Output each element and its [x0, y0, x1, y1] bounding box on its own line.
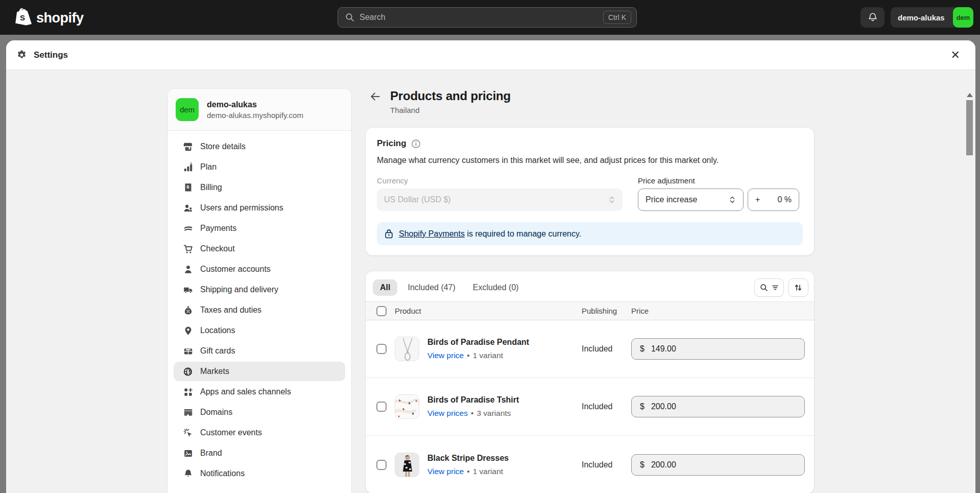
search-filter-button[interactable] — [754, 278, 784, 297]
svg-text:S: S — [20, 13, 25, 22]
sidebar-item-apps-sales-channels[interactable]: Apps and sales channels — [174, 382, 345, 402]
products-card: All Included (47) Excluded (0) — [366, 271, 814, 493]
price-adjustment-select[interactable]: Price increase — [638, 189, 744, 211]
account-avatar: dem — [953, 7, 973, 28]
sidebar-item-brand[interactable]: Brand — [174, 443, 345, 463]
shopify-bag-icon: S — [15, 8, 33, 28]
sidebar-item-markets[interactable]: $ Markets — [174, 362, 345, 381]
sidebar-item-label: Shipping and delivery — [200, 285, 278, 294]
sort-button[interactable] — [788, 278, 808, 297]
pricing-description: Manage what currency customers in this m… — [377, 156, 803, 165]
price-adjustment-amount-input[interactable]: + 0 % — [748, 189, 799, 211]
settings-modal: Settings ✕ dem demo-alukas demo-alukas.m… — [6, 40, 975, 493]
sidebar-item-locations[interactable]: Locations — [174, 321, 345, 340]
price-input[interactable]: $ 149.00 — [631, 338, 805, 360]
giftcard-icon — [183, 346, 193, 356]
store-header: dem demo-alukas demo-alukas.myshopify.co… — [168, 89, 351, 131]
product-image-pendant — [395, 337, 419, 361]
page-title: Products and pricing — [390, 89, 511, 103]
tab-included[interactable]: Included (47) — [400, 279, 462, 296]
price-value: 200.00 — [651, 460, 676, 469]
cursor-click-icon — [183, 428, 193, 438]
image-icon — [183, 448, 193, 458]
sidebar-item-label: Markets — [200, 367, 229, 376]
scrollbar-up-arrow[interactable] — [967, 93, 973, 97]
view-prices-link[interactable]: View prices — [427, 409, 468, 418]
globe-dollar-icon: $ — [183, 366, 193, 377]
store-avatar: dem — [176, 98, 199, 121]
modal-scrollbar[interactable] — [966, 91, 973, 493]
sidebar-item-label: Customer accounts — [200, 265, 271, 274]
row-checkbox[interactable] — [376, 344, 387, 354]
sidebar-item-taxes-duties[interactable]: Taxes and duties — [174, 300, 345, 320]
sidebar-item-store-details[interactable]: Store details — [174, 137, 345, 156]
sidebar-item-label: Locations — [200, 326, 235, 335]
sidebar-item-label: Plan — [200, 162, 217, 172]
search-icon — [760, 284, 768, 292]
plan-icon — [183, 162, 193, 172]
billing-icon: $ — [183, 182, 193, 193]
account-store-name: demo-alukas — [891, 13, 945, 22]
sidebar-item-label: Apps and sales channels — [200, 387, 291, 396]
adjustment-sign: + — [755, 195, 760, 204]
select-all-checkbox[interactable] — [376, 306, 387, 316]
sidebar-item-plan[interactable]: Plan — [174, 157, 345, 177]
sidebar-item-billing[interactable]: $ Billing — [174, 178, 345, 197]
sidebar-item-users-permissions[interactable]: Users and permissions — [174, 198, 345, 218]
sidebar-item-payments[interactable]: Payments — [174, 219, 345, 238]
shopify-logo[interactable]: S shopify — [15, 8, 84, 28]
view-price-link[interactable]: View price — [427, 351, 464, 360]
sidebar-item-customer-events[interactable]: Customer events — [174, 423, 345, 442]
search-icon — [345, 13, 354, 22]
sidebar-item-label: Gift cards — [200, 346, 235, 356]
scrollbar-thumb[interactable] — [966, 100, 973, 155]
sidebar-item-notifications[interactable]: Notifications — [174, 464, 345, 483]
column-publishing: Publishing — [582, 307, 631, 315]
pricing-heading: Pricing — [377, 138, 407, 149]
sidebar-item-label: Brand — [200, 449, 222, 458]
settings-title: Settings — [34, 50, 68, 60]
sidebar-item-label: Store details — [200, 142, 246, 151]
pricing-card: Pricing Manage what currency customers i… — [366, 128, 814, 255]
bell-icon — [868, 12, 878, 22]
chevron-updown-icon — [729, 196, 736, 204]
product-image-tshirt — [395, 394, 419, 419]
view-price-link[interactable]: View price — [427, 467, 464, 476]
price-input[interactable]: $ 200.00 — [631, 396, 805, 417]
back-button[interactable] — [370, 91, 381, 102]
moneybag-icon — [183, 305, 193, 315]
shopify-payments-link[interactable]: Shopify Payments — [399, 229, 465, 238]
sidebar-item-customer-accounts[interactable]: Customer accounts — [174, 260, 345, 279]
sidebar-item-checkout[interactable]: Checkout — [174, 239, 345, 259]
sidebar-item-domains[interactable]: Domains — [174, 403, 345, 422]
sidebar-item-shipping-delivery[interactable]: Shipping and delivery — [174, 280, 345, 299]
tab-all[interactable]: All — [373, 279, 397, 296]
price-input[interactable]: $ 200.00 — [631, 454, 805, 476]
truck-icon — [183, 285, 193, 295]
row-checkbox[interactable] — [376, 460, 387, 470]
sidebar-item-gift-cards[interactable]: Gift cards — [174, 341, 345, 361]
settings-modal-body: dem demo-alukas demo-alukas.myshopify.co… — [6, 89, 975, 493]
bell-icon — [183, 468, 193, 479]
adjustment-amount: 0 — [777, 195, 782, 204]
search-input[interactable]: Search Ctrl K — [338, 7, 637, 28]
top-bar: S shopify Search Ctrl K demo-alukas dem — [0, 0, 980, 35]
cart-icon — [183, 244, 193, 254]
close-icon[interactable]: ✕ — [951, 50, 960, 61]
column-price: Price — [631, 307, 814, 315]
tab-excluded[interactable]: Excluded (0) — [466, 279, 526, 296]
row-checkbox[interactable] — [376, 402, 387, 412]
product-image-dress — [395, 453, 419, 477]
currency-select: US Dollar (USD $) — [377, 189, 623, 211]
tabs-row: All Included (47) Excluded (0) — [366, 276, 814, 302]
domains-icon — [183, 407, 193, 417]
publishing-status: Included — [582, 344, 631, 354]
currency-symbol: $ — [640, 460, 644, 469]
payments-icon — [183, 223, 193, 233]
info-icon[interactable] — [411, 139, 421, 149]
shopify-payments-banner: Shopify Payments is required to manage c… — [377, 222, 803, 245]
notifications-button[interactable] — [861, 7, 885, 28]
account-menu-button[interactable]: demo-alukas dem — [891, 7, 973, 28]
sidebar-item-label: Notifications — [200, 469, 245, 478]
variant-count: 1 variant — [473, 351, 503, 360]
